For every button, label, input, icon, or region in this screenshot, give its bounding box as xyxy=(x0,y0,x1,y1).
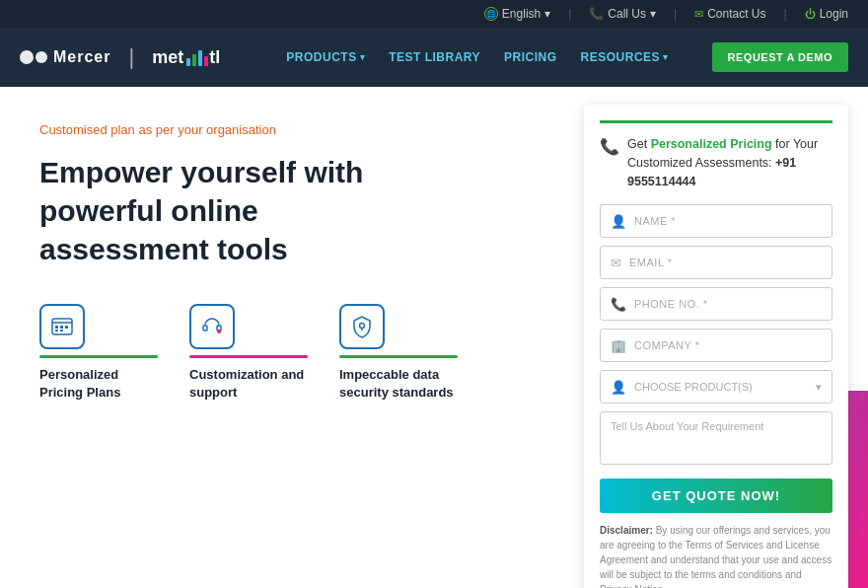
sep1: | xyxy=(568,7,571,21)
product-field[interactable]: 👤 CHOOSE PRODUCT(S) ▾ xyxy=(600,370,832,404)
pricing-underline xyxy=(39,355,158,358)
login[interactable]: ⏻ Login xyxy=(805,7,848,21)
nav-products[interactable]: PRODUCTS ▾ xyxy=(286,50,365,64)
email-field[interactable]: ✉ xyxy=(600,246,832,279)
pricing-icon xyxy=(39,304,85,349)
mercer-icon xyxy=(20,48,47,66)
pricing-label: Personalized Pricing Plans xyxy=(39,366,158,402)
mail-icon: ✉ xyxy=(694,8,703,21)
feature-pricing: Personalized Pricing Plans xyxy=(39,304,158,402)
nav-test-library[interactable]: TEST LIBRARY xyxy=(389,50,480,64)
product-icon: 👤 xyxy=(611,380,626,395)
hero-section: Customised plan as per your organisation… xyxy=(0,87,584,588)
company-input[interactable] xyxy=(634,338,822,352)
features-section: Personalized Pricing Plans Customization… xyxy=(39,304,544,402)
disclaimer-text: Disclaimer: By using our offerings and s… xyxy=(600,523,832,588)
phone-field-icon: 📞 xyxy=(611,297,626,312)
call-us[interactable]: 📞 Call Us ▾ xyxy=(589,7,656,21)
language-label: English xyxy=(502,7,541,21)
phone-input[interactable] xyxy=(634,297,822,311)
get-quote-button[interactable]: GET QUOTE NOW! xyxy=(600,478,832,513)
company-icon: 🏢 xyxy=(611,338,626,353)
mettl-bars-icon xyxy=(186,50,208,66)
customised-plan-text: Customised plan as per your organisation xyxy=(39,122,544,137)
globe-icon: 🌐 xyxy=(484,7,498,21)
security-underline xyxy=(339,355,458,358)
mettl-logo: met tl xyxy=(152,47,220,68)
svg-rect-7 xyxy=(203,326,207,331)
sep2: | xyxy=(674,7,677,21)
phone-header-icon: 📞 xyxy=(600,137,619,156)
svg-rect-6 xyxy=(60,330,63,331)
logo-separator: | xyxy=(128,44,134,70)
products-chevron: ▾ xyxy=(360,52,366,62)
main-nav: Mercer | met tl PRODUCTS ▾ TEST LIBRARY … xyxy=(0,28,868,87)
mettl-text: met xyxy=(152,47,183,68)
support-underline xyxy=(189,355,308,358)
chevron-down-icon: ▾ xyxy=(816,381,822,394)
feature-security: Impeccable data security standards xyxy=(339,304,458,402)
company-field[interactable]: 🏢 xyxy=(600,329,832,362)
top-bar: 🌐 English ▾ | 📞 Call Us ▾ | ✉ Contact Us… xyxy=(0,0,868,28)
support-label: Customization and support xyxy=(189,366,308,402)
call-label: Call Us xyxy=(608,7,646,21)
contact-us[interactable]: ✉ Contact Us xyxy=(694,7,765,21)
requirement-textarea[interactable] xyxy=(600,411,832,465)
email-input[interactable] xyxy=(629,256,822,269)
support-icon xyxy=(189,304,235,349)
svg-point-9 xyxy=(217,330,221,333)
contact-label: Contact Us xyxy=(707,7,765,21)
form-header-text: Get Personalized Pricing for Your Custom… xyxy=(627,135,832,190)
mail-field-icon: ✉ xyxy=(611,256,621,270)
language-chevron: ▾ xyxy=(544,7,550,21)
call-chevron: ▾ xyxy=(650,7,656,21)
name-input[interactable] xyxy=(634,214,822,228)
sep3: | xyxy=(784,7,787,21)
phone-icon: 📞 xyxy=(589,7,604,21)
mercer-text: Mercer xyxy=(53,48,110,66)
mettl-text-end: tl xyxy=(209,47,220,68)
nav-resources[interactable]: RESOURCES ▾ xyxy=(581,50,669,64)
security-icon xyxy=(339,304,385,349)
mercer-logo: Mercer xyxy=(20,48,110,66)
user-icon: 👤 xyxy=(611,214,626,229)
login-label: Login xyxy=(820,7,848,21)
svg-rect-5 xyxy=(55,330,58,331)
name-field[interactable]: 👤 xyxy=(600,204,832,238)
nav-pricing[interactable]: PRICING xyxy=(504,50,557,64)
hero-title: Empower yourself with powerful online as… xyxy=(39,153,414,268)
resources-chevron: ▾ xyxy=(663,52,669,62)
content-area: Customised plan as per your organisation… xyxy=(0,87,868,588)
form-header: 📞 Get Personalized Pricing for Your Cust… xyxy=(600,120,832,190)
phone-field[interactable]: 📞 xyxy=(600,287,832,321)
svg-rect-4 xyxy=(65,326,68,329)
feature-support: Customization and support xyxy=(189,304,308,402)
language-selector[interactable]: 🌐 English ▾ xyxy=(484,7,550,21)
svg-rect-3 xyxy=(60,326,63,329)
product-select[interactable]: CHOOSE PRODUCT(S) xyxy=(634,381,816,393)
power-icon: ⏻ xyxy=(805,8,816,20)
nav-links: PRODUCTS ▾ TEST LIBRARY PRICING RESOURCE… xyxy=(286,42,848,72)
security-label: Impeccable data security standards xyxy=(339,366,458,402)
logo-area: Mercer | met tl xyxy=(20,44,220,70)
svg-rect-2 xyxy=(55,326,58,329)
svg-point-10 xyxy=(360,324,365,329)
request-demo-button[interactable]: REQUEST A DEMO xyxy=(712,42,848,72)
contact-form: 📞 Get Personalized Pricing for Your Cust… xyxy=(584,105,848,588)
